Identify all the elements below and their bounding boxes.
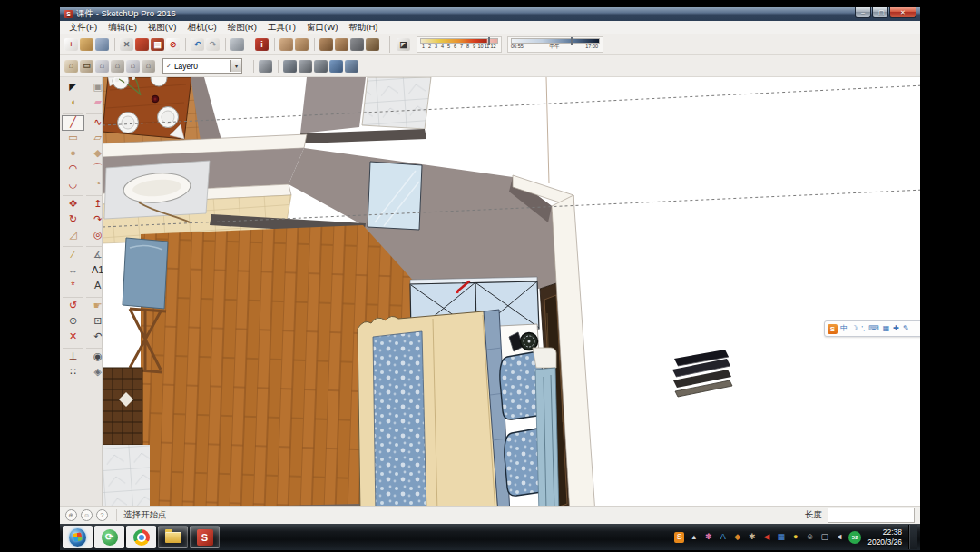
menu-item[interactable]: 绘图(R)	[222, 22, 262, 34]
left-view[interactable]: ⌂	[142, 60, 155, 73]
menu-item[interactable]: 文件(F)	[64, 22, 103, 34]
iso-view[interactable]: ⌂	[64, 60, 78, 73]
back-view[interactable]: ⌂	[126, 60, 140, 73]
toggle-shadows-button[interactable]: ◪	[397, 38, 410, 51]
shaded-textures[interactable]	[329, 60, 343, 73]
zoom[interactable]: ⊙	[62, 314, 84, 330]
show-desktop-button[interactable]	[908, 525, 917, 549]
tape-measure[interactable]: ∕	[62, 248, 84, 263]
subtract[interactable]	[335, 38, 348, 51]
union[interactable]	[319, 38, 333, 51]
paste[interactable]: ▤	[151, 38, 164, 51]
model-info[interactable]: i	[255, 38, 269, 51]
red-player-icon[interactable]: ◀	[761, 532, 771, 543]
browser-360[interactable]: ⟳	[94, 526, 124, 548]
outer-shell[interactable]	[279, 38, 293, 51]
coin-icon[interactable]: ●	[790, 532, 800, 543]
split[interactable]	[366, 38, 379, 51]
app-icon: S	[64, 10, 73, 18]
flower-icon[interactable]: ✽	[703, 532, 713, 543]
month-slider-handle[interactable]	[488, 37, 490, 45]
toolbox-icon[interactable]: ▦	[883, 325, 890, 332]
wireframe[interactable]	[283, 60, 297, 73]
maximize-button[interactable]: ▢	[872, 7, 888, 18]
walk[interactable]: ∷	[62, 365, 84, 380]
shadow-time-slider[interactable]: 06:55 中午 17:00	[507, 36, 603, 53]
sogou-ime-bar[interactable]: S 中☽’,⌨▦✚✎	[824, 320, 920, 337]
rotate[interactable]: ↻	[62, 212, 84, 228]
wrench-icon[interactable]: ✎	[903, 325, 909, 332]
chinese-mode[interactable]: 中	[840, 325, 848, 332]
time-slider-handle[interactable]	[571, 37, 573, 45]
orange-app-icon[interactable]: ◆	[732, 532, 742, 543]
arc[interactable]: ◠	[62, 162, 84, 177]
position-camera[interactable]: ⊥	[62, 350, 84, 365]
chevron-down-icon[interactable]: ▾	[230, 60, 241, 72]
dimension[interactable]: ↔	[62, 263, 84, 279]
keyboard-icon[interactable]: ⌨	[868, 325, 879, 332]
network-icon[interactable]: ▢	[819, 532, 829, 543]
orbit[interactable]: ↺	[62, 299, 84, 314]
contacts-icon[interactable]: ☺	[805, 532, 815, 543]
menu-item[interactable]: 编辑(E)	[103, 22, 142, 34]
cut[interactable]: ✕	[120, 38, 133, 51]
top-view[interactable]: ▭	[80, 60, 93, 73]
rectangle[interactable]: ▭	[62, 131, 84, 146]
moon-icon[interactable]: ☽	[851, 325, 858, 332]
front-view[interactable]: ⌂	[95, 60, 109, 73]
autodesk-icon[interactable]: A	[718, 532, 728, 543]
geolocation-icon[interactable]: ⊕	[65, 509, 77, 521]
menu-item[interactable]: 窗口(W)	[301, 22, 343, 34]
delete[interactable]: ⊘	[166, 38, 180, 51]
shadow-month-slider[interactable]: 123456789101112	[416, 36, 502, 53]
save[interactable]	[95, 38, 109, 51]
right-view[interactable]: ⌂	[111, 60, 124, 73]
close-button[interactable]: ✕	[889, 7, 916, 18]
punctuation-icon[interactable]: ’,	[861, 325, 865, 332]
trim[interactable]	[350, 38, 364, 51]
windows-taskbar: ⟳S S▴✽A◆✱◀▦●☺▢◄52 22:38 2020/3/26	[60, 524, 920, 550]
open[interactable]	[80, 38, 93, 51]
select[interactable]: ◤	[62, 80, 84, 95]
model-viewport[interactable]	[103, 77, 920, 506]
undo[interactable]: ↶	[191, 38, 204, 51]
three-point-arc[interactable]: ◡	[62, 177, 84, 192]
menu-item[interactable]: 帮助(H)	[343, 22, 383, 34]
menu-item[interactable]: 视图(V)	[142, 22, 182, 34]
blue-grid-icon[interactable]: ▦	[776, 532, 786, 543]
volume-icon[interactable]: ◄	[834, 532, 844, 543]
scale[interactable]: ◿	[62, 228, 84, 243]
explorer[interactable]	[158, 526, 188, 548]
monochrome[interactable]	[345, 60, 358, 73]
zoom-extents[interactable]: ✕	[62, 330, 84, 345]
sketchup[interactable]: S	[190, 526, 220, 548]
measurement-input[interactable]	[828, 508, 915, 523]
move[interactable]: ✥	[62, 197, 84, 212]
sogou-tray-icon[interactable]: S	[674, 532, 684, 543]
intersect[interactable]	[295, 38, 309, 51]
hidden-line[interactable]	[299, 60, 312, 73]
redo[interactable]: ↷	[206, 38, 220, 51]
skin-icon[interactable]: ✚	[893, 325, 899, 332]
layer-dropdown[interactable]: ✓ Layer0 ▾	[162, 58, 242, 74]
help-icon[interactable]: ?	[96, 509, 108, 521]
axes[interactable]: *	[62, 279, 84, 294]
start-button[interactable]	[63, 526, 93, 548]
x-ray[interactable]	[259, 60, 272, 73]
hidden-icons-arrow[interactable]: ▴	[689, 532, 699, 543]
menu-item[interactable]: 相机(C)	[181, 22, 221, 34]
new[interactable]: +	[64, 38, 78, 51]
credit-icon[interactable]: ☺	[81, 509, 93, 521]
circle[interactable]: ●	[62, 146, 84, 162]
battery-icon[interactable]: 52	[848, 531, 861, 544]
copy[interactable]	[135, 38, 149, 51]
print[interactable]	[230, 38, 244, 51]
chrome[interactable]	[126, 526, 156, 548]
taskbar-clock[interactable]: 22:38 2020/3/26	[867, 527, 902, 547]
shaded[interactable]	[314, 60, 328, 73]
paint-bucket[interactable]: ◖	[62, 95, 84, 111]
line[interactable]: ╱	[62, 115, 84, 131]
paw-icon[interactable]: ✱	[747, 532, 757, 543]
menu-item[interactable]: 工具(T)	[262, 22, 301, 34]
minimize-button[interactable]: –	[855, 7, 871, 18]
